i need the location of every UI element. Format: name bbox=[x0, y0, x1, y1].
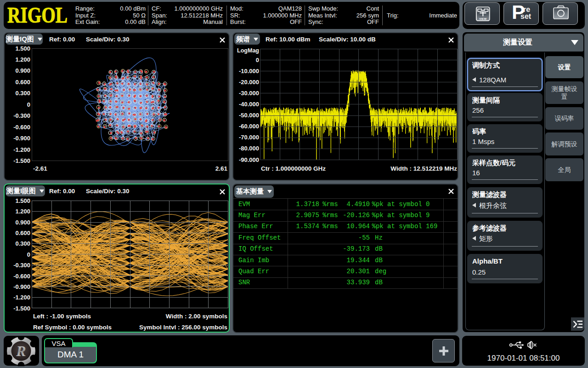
svg-text:VIEW: VIEW bbox=[479, 17, 486, 20]
svg-text:R: R bbox=[16, 343, 26, 359]
svg-text:RIGOL: RIGOL bbox=[7, 6, 68, 24]
